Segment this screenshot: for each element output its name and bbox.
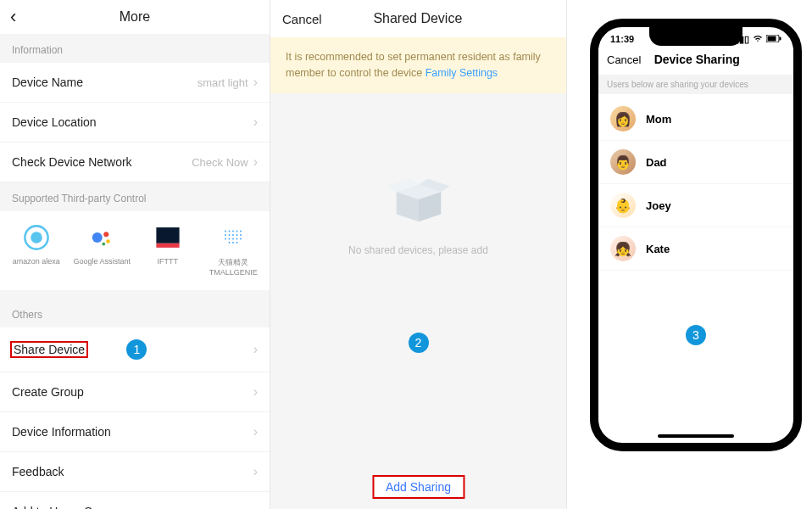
- svg-point-4: [107, 239, 111, 243]
- highlight-share-device: Share Device: [10, 341, 88, 358]
- chevron-right-icon: ›: [253, 464, 258, 479]
- svg-point-2: [92, 232, 103, 243]
- avatar: 👨: [610, 149, 636, 175]
- avatar: 👧: [610, 236, 636, 261]
- svg-rect-32: [768, 36, 776, 42]
- panel-shared-device: Cancel Shared Device It is recommended t…: [270, 0, 566, 509]
- phone-header: Cancel Device Sharing: [598, 48, 793, 75]
- step-badge-3: 3: [686, 325, 706, 345]
- battery-icon: [766, 34, 781, 44]
- row-label: Device Name: [12, 76, 197, 89]
- row-label: Share Device: [12, 343, 118, 356]
- integration-tmallgenie[interactable]: 天猫精灵 TMALLGENIE: [203, 223, 264, 277]
- list-item[interactable]: 👨 Dad: [598, 141, 793, 184]
- cancel-button[interactable]: Cancel: [607, 53, 641, 66]
- alexa-icon: [22, 223, 51, 252]
- status-time: 11:39: [610, 34, 634, 44]
- row-share-device[interactable]: Share Device 1 ›: [0, 327, 270, 372]
- row-label: Device Location: [12, 115, 253, 129]
- row-label: Create Group: [12, 385, 253, 399]
- svg-point-15: [232, 234, 234, 236]
- row-label: Device Information: [12, 425, 253, 439]
- section-others-label: Others: [0, 290, 270, 327]
- section-third-party-label: Supported Third-party Control: [0, 182, 270, 211]
- section-information-label: Information: [0, 34, 270, 63]
- svg-point-5: [103, 243, 106, 246]
- row-device-name[interactable]: Device Name smart light ›: [0, 63, 270, 103]
- family-settings-banner: It is recommended to set permanent resid…: [270, 37, 566, 93]
- chevron-right-icon: ›: [253, 75, 258, 90]
- integration-ifttt[interactable]: IFTTT: [137, 223, 198, 277]
- google-assistant-icon: [87, 223, 116, 252]
- svg-point-10: [232, 231, 234, 232]
- row-value: smart light: [197, 76, 248, 89]
- svg-point-1: [31, 232, 42, 243]
- ifttt-icon: [153, 223, 182, 252]
- svg-point-14: [229, 234, 231, 236]
- row-label: Feedback: [12, 465, 253, 478]
- phone-subheader: Users below are sharing your devices: [598, 75, 793, 94]
- members-list: 👩 Mom 👨 Dad 👶 Joey 👧 Kate: [598, 94, 793, 274]
- integration-caption: 天猫精灵 TMALLGENIE: [209, 257, 258, 277]
- empty-state-text: No shared devices, please add: [270, 244, 566, 256]
- panel2-header: Cancel Shared Device: [270, 0, 566, 37]
- tmall-genie-icon: [219, 223, 247, 252]
- svg-point-25: [236, 242, 238, 243]
- svg-point-8: [225, 231, 226, 232]
- svg-point-20: [232, 238, 234, 240]
- banner-text: It is recommended to set permanent resid…: [286, 51, 541, 79]
- integrations-row: amazon alexa Google Assistant IFTTT: [0, 211, 270, 290]
- svg-point-17: [240, 234, 242, 236]
- integration-caption: Google Assistant: [73, 257, 131, 266]
- member-name: Joey: [646, 199, 671, 212]
- row-create-group[interactable]: Create Group ›: [0, 372, 270, 412]
- integration-alexa[interactable]: amazon alexa: [6, 223, 67, 277]
- empty-box-icon: [381, 170, 457, 229]
- cancel-button[interactable]: Cancel: [282, 12, 322, 26]
- panel-device-sharing-phone: 11:39 ▮▮▮▯ Cancel Device Sharing Users b…: [583, 19, 809, 490]
- step-badge-2: 2: [409, 333, 429, 353]
- divider: [566, 0, 567, 509]
- add-sharing-button[interactable]: Add Sharing: [372, 475, 464, 499]
- chevron-right-icon: ›: [253, 504, 258, 509]
- svg-point-24: [232, 242, 234, 243]
- svg-point-22: [240, 238, 242, 240]
- chevron-right-icon: ›: [253, 115, 258, 130]
- svg-point-9: [229, 231, 231, 232]
- family-settings-link[interactable]: Family Settings: [425, 67, 498, 79]
- panel1-title: More: [27, 9, 242, 25]
- integration-caption: IFTTT: [158, 257, 179, 266]
- integration-google[interactable]: Google Assistant: [71, 223, 132, 277]
- svg-point-12: [240, 231, 242, 232]
- svg-point-21: [236, 238, 238, 240]
- phone-title: Device Sharing: [641, 53, 753, 66]
- row-device-location[interactable]: Device Location ›: [0, 103, 270, 143]
- step-badge-container: 3: [598, 325, 793, 345]
- row-label: Add to Home Screen: [12, 505, 253, 509]
- svg-point-11: [236, 231, 238, 232]
- chevron-right-icon: ›: [253, 342, 258, 357]
- row-check-device-network[interactable]: Check Device Network Check Now ›: [0, 143, 270, 182]
- integration-caption: amazon alexa: [13, 257, 60, 266]
- row-label: Check Device Network: [12, 155, 192, 169]
- chevron-right-icon: ›: [253, 424, 258, 439]
- list-item[interactable]: 👩 Mom: [598, 98, 793, 141]
- home-indicator: [658, 434, 734, 438]
- row-feedback[interactable]: Feedback ›: [0, 452, 270, 492]
- back-button[interactable]: ‹: [10, 6, 27, 28]
- step-badge-1: 1: [126, 339, 147, 360]
- chevron-right-icon: ›: [253, 154, 258, 170]
- svg-point-16: [236, 234, 238, 236]
- avatar: 👶: [610, 193, 636, 218]
- wifi-icon: [753, 34, 763, 44]
- row-device-information[interactable]: Device Information ›: [0, 412, 270, 452]
- empty-state: No shared devices, please add: [270, 93, 566, 256]
- list-item[interactable]: 👧 Kate: [598, 227, 793, 271]
- svg-rect-33: [780, 37, 781, 41]
- phone-frame: 11:39 ▮▮▮▯ Cancel Device Sharing Users b…: [590, 19, 802, 451]
- panel-more: ‹ More Information Device Name smart lig…: [0, 0, 270, 509]
- row-add-home-screen[interactable]: Add to Home Screen ›: [0, 492, 270, 509]
- list-item[interactable]: 👶 Joey: [598, 184, 793, 227]
- member-name: Mom: [646, 113, 671, 126]
- svg-point-23: [229, 242, 231, 243]
